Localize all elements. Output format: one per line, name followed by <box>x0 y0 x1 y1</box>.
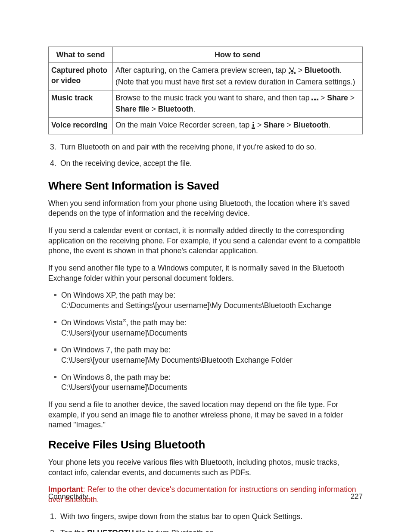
what-how-table: What to send How to send Captured photo … <box>48 47 363 134</box>
text: On Windows Vista <box>61 318 123 327</box>
text: After capturing, on the Camera preview s… <box>115 66 288 75</box>
list-item: On Windows 7, the path may be: C:\Users\… <box>61 345 363 365</box>
page-number: 227 <box>351 492 363 502</box>
paths-list: On Windows XP, the path may be: C:\Docum… <box>48 290 363 393</box>
table-header-row: What to send How to send <box>49 47 363 63</box>
row-label: Captured photo or video <box>49 63 113 90</box>
list-item: 3.Turn Bluetooth on and pair with the re… <box>60 142 363 152</box>
list-number: 4. <box>50 159 56 169</box>
share-cross-icon <box>288 67 296 77</box>
list-item: 2.Tap the BLUETOOTH tile to turn Bluetoo… <box>60 528 363 532</box>
table-row: Music track Browse to the music track yo… <box>49 90 363 117</box>
paragraph: If you send a file to another device, th… <box>48 400 363 430</box>
paragraph: When you send information from your phon… <box>48 199 363 219</box>
row-content: After capturing, on the Camera preview s… <box>113 63 363 90</box>
list-item: On Windows Vista®, the path may be: C:\U… <box>61 317 363 338</box>
ordered-list-b: 1.With two fingers, swipe down from the … <box>48 512 363 532</box>
text: > <box>149 105 158 113</box>
svg-line-9 <box>290 68 292 71</box>
svg-rect-11 <box>311 99 313 100</box>
page-footer: Connectivity 227 <box>48 492 363 502</box>
list-item: 4.On the receiving device, accept the fi… <box>60 159 363 169</box>
text: tile to turn Bluetooth on. <box>134 529 216 532</box>
text: With two fingers, swipe down from the st… <box>60 512 302 521</box>
text: > <box>255 121 264 129</box>
bold-text: Share <box>327 93 348 102</box>
text: Browse to the music track you want to sh… <box>115 93 311 102</box>
list-item: 1.With two fingers, swipe down from the … <box>60 512 363 522</box>
ordered-list-a: 3.Turn Bluetooth on and pair with the re… <box>48 142 363 168</box>
bold-text: Share file <box>115 105 149 113</box>
th-how: How to send <box>113 47 363 63</box>
row-content: Browse to the music track you want to sh… <box>113 90 363 117</box>
text: On Windows XP, the path may be: <box>61 291 175 299</box>
text: C:\Users\[your username]\Documents <box>61 329 187 337</box>
bold-text: Bluetooth <box>158 105 193 113</box>
text: C:\Users\[your username]\Documents <box>61 383 187 392</box>
svg-rect-14 <box>253 122 254 123</box>
text: . <box>328 121 330 129</box>
list-number: 1. <box>50 512 56 522</box>
svg-rect-16 <box>252 128 255 129</box>
section-heading-where-saved: Where Sent Information is Saved <box>48 178 363 193</box>
list-number: 2. <box>50 528 56 532</box>
list-item: On Windows 8, the path may be: C:\Users\… <box>61 373 363 393</box>
text: C:\Documents and Settings\[your username… <box>61 301 331 310</box>
table-row: Voice recording On the main Voice Record… <box>49 117 363 134</box>
text: On Windows 8, the path may be: <box>61 373 171 382</box>
row-content: On the main Voice Recorder screen, tap >… <box>113 117 363 134</box>
list-number: 3. <box>50 142 56 152</box>
list-item: On Windows XP, the path may be: C:\Docum… <box>61 290 363 311</box>
text: > <box>296 66 305 75</box>
text: On the receiving device, accept the file… <box>60 159 192 168</box>
bold-text: Bluetooth <box>305 66 340 75</box>
menu-dots-icon <box>252 121 255 132</box>
text: On Windows 7, the path may be: <box>61 345 171 354</box>
more-dots-icon <box>311 94 318 105</box>
bold-text: BLUETOOTH <box>87 529 134 532</box>
row-label: Music track <box>49 90 113 117</box>
text: > <box>348 93 355 102</box>
bold-text: Bluetooth <box>293 121 329 129</box>
document-page: What to send How to send Captured photo … <box>0 0 411 532</box>
svg-rect-12 <box>314 99 316 100</box>
bold-text: Share <box>264 121 285 129</box>
text: Turn Bluetooth on and pair with the rece… <box>60 143 316 151</box>
text: On the main Voice Recorder screen, tap <box>115 121 252 129</box>
paragraph: If you send another file type to a Windo… <box>48 263 363 283</box>
text: . <box>193 105 195 113</box>
footer-section: Connectivity <box>48 492 88 501</box>
text: Tap the <box>60 529 87 532</box>
text: > <box>318 93 327 102</box>
th-what: What to send <box>49 47 113 63</box>
text: > <box>285 121 293 129</box>
row-label: Voice recording <box>49 117 113 134</box>
table-row: Captured photo or video After capturing,… <box>49 63 363 90</box>
text: , the path may be: <box>126 318 187 327</box>
registered-mark: ® <box>123 318 126 323</box>
svg-rect-15 <box>253 124 254 127</box>
paragraph: If you send a calendar event or contact,… <box>48 226 363 256</box>
paragraph: Your phone lets you receive various file… <box>48 457 363 478</box>
text: C:\Users\[your username]\My Documents\Bl… <box>61 356 293 364</box>
section-heading-receive: Receive Files Using Bluetooth <box>48 437 363 452</box>
